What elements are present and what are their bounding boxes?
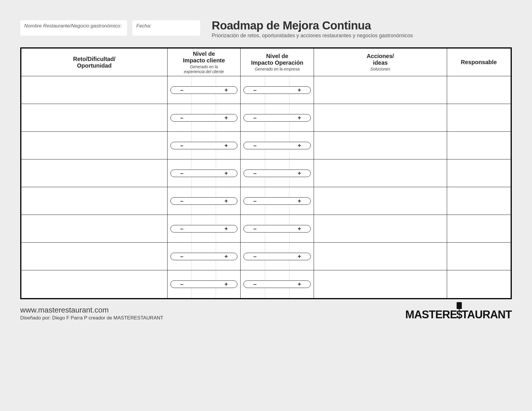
responsible-cell[interactable] [447, 270, 511, 298]
challenge-cell[interactable] [21, 187, 168, 215]
impact-operation-cell: –+ [241, 243, 314, 270]
impact-slider[interactable]: –+ [170, 170, 238, 177]
plus-icon: + [288, 115, 310, 121]
impact-slider[interactable]: –+ [243, 225, 311, 233]
minus-icon: – [244, 198, 266, 204]
date-field[interactable]: Fecha: [132, 20, 200, 36]
actions-cell[interactable] [314, 215, 447, 243]
impact-slider[interactable]: –+ [170, 197, 238, 205]
minus-icon: – [244, 87, 266, 93]
plus-icon: + [215, 198, 237, 204]
impact-operation-cell: –+ [241, 132, 314, 159]
actions-cell[interactable] [314, 187, 447, 215]
col-header-actions-title: Acciones/ideas [316, 53, 445, 66]
minus-icon: – [244, 115, 266, 121]
responsible-cell[interactable] [447, 132, 511, 159]
roadmap-table: Reto/Dificultad/Oportunidad Nivel deImpa… [20, 47, 512, 299]
col-header-impact-operation: Nivel deImpacto Operación Generado en la… [241, 49, 314, 76]
col-header-impact-client-title: Nivel deImpacto cliente [169, 51, 239, 64]
challenge-cell[interactable] [21, 132, 168, 159]
plus-icon: + [288, 281, 310, 287]
impact-slider[interactable]: –+ [170, 114, 238, 122]
impact-client-cell: –+ [168, 132, 241, 159]
table-row: –+–+ [21, 159, 511, 187]
responsible-cell[interactable] [447, 76, 511, 104]
impact-slider[interactable]: –+ [243, 253, 311, 260]
page-title: Roadmap de Mejora Continua [212, 19, 512, 32]
responsible-cell[interactable] [447, 104, 511, 132]
plus-icon: + [288, 226, 310, 232]
footer-url: www.masterestaurant.com [20, 306, 163, 315]
impact-slider[interactable]: –+ [243, 170, 311, 177]
plus-icon: + [215, 170, 237, 176]
impact-slider[interactable]: –+ [243, 114, 311, 122]
challenge-cell[interactable] [21, 270, 168, 298]
actions-cell[interactable] [314, 270, 447, 298]
minus-icon: – [171, 198, 193, 204]
impact-slider[interactable]: –+ [170, 280, 238, 288]
impact-slider[interactable]: –+ [170, 225, 238, 233]
impact-slider[interactable]: –+ [243, 197, 311, 205]
impact-slider[interactable]: –+ [243, 142, 311, 149]
actions-cell[interactable] [314, 243, 447, 270]
challenge-cell[interactable] [21, 243, 168, 270]
minus-icon: – [244, 170, 266, 176]
impact-client-cell: –+ [168, 270, 241, 298]
impact-client-cell: –+ [168, 187, 241, 215]
challenge-cell[interactable] [21, 215, 168, 243]
table-row: –+–+ [21, 104, 511, 132]
minus-icon: – [171, 142, 193, 149]
minus-icon: – [244, 253, 266, 260]
col-header-responsible-title: Responsable [449, 59, 509, 66]
impact-client-cell: –+ [168, 215, 241, 243]
minus-icon: – [171, 253, 193, 260]
plus-icon: + [288, 143, 310, 148]
title-block: Roadmap de Mejora Continua Priorización … [209, 20, 512, 39]
col-header-impact-client-sub: Generado en laexperiencia del cliente [169, 64, 239, 74]
challenge-cell[interactable] [21, 159, 168, 187]
plus-icon: + [215, 87, 237, 93]
restaurant-name-field[interactable]: Nombre Restaurante/Negocio gastronómico: [20, 20, 127, 36]
restaurant-name-label: Nombre Restaurante/Negocio gastronómico: [24, 23, 121, 29]
col-header-challenge-title: Reto/Dificultad/Oportunidad [23, 56, 165, 69]
responsible-cell[interactable] [447, 187, 511, 215]
header-bar: Nombre Restaurante/Negocio gastronómico:… [20, 20, 512, 39]
table-header-row: Reto/Dificultad/Oportunidad Nivel deImpa… [21, 49, 511, 76]
impact-slider[interactable]: –+ [243, 280, 311, 288]
actions-cell[interactable] [314, 76, 447, 104]
impact-operation-cell: –+ [241, 159, 314, 187]
col-header-actions-sub: Soluciones [316, 67, 445, 71]
responsible-cell[interactable] [447, 215, 511, 243]
challenge-cell[interactable] [21, 76, 168, 104]
actions-cell[interactable] [314, 132, 447, 159]
date-label: Fecha: [136, 23, 151, 29]
impact-slider[interactable]: –+ [243, 86, 311, 94]
impact-slider[interactable]: –+ [170, 253, 238, 260]
logo-dollar-icon: $ [456, 308, 462, 321]
plus-icon: + [215, 281, 237, 287]
col-header-actions: Acciones/ideas Soluciones [314, 49, 447, 76]
table-row: –+–+ [21, 76, 511, 104]
actions-cell[interactable] [314, 104, 447, 132]
impact-operation-cell: –+ [241, 104, 314, 132]
footer-credit: Diseñado por: Diego F Parra P creador de… [20, 315, 163, 321]
plus-icon: + [215, 143, 237, 148]
actions-cell[interactable] [314, 159, 447, 187]
challenge-cell[interactable] [21, 104, 168, 132]
minus-icon: – [171, 170, 193, 176]
impact-slider[interactable]: –+ [170, 142, 238, 149]
minus-icon: – [171, 226, 193, 232]
brand-logo: MASTERE $ TAURANT [405, 308, 512, 321]
logo-text-right: TAURANT [462, 308, 512, 321]
minus-icon: – [171, 87, 193, 93]
responsible-cell[interactable] [447, 243, 511, 270]
table-row: –+–+ [21, 187, 511, 215]
impact-operation-cell: –+ [241, 270, 314, 298]
table-row: –+–+ [21, 215, 511, 243]
footer-left: www.masterestaurant.com Diseñado por: Di… [20, 306, 163, 321]
responsible-cell[interactable] [447, 159, 511, 187]
impact-client-cell: –+ [168, 104, 241, 132]
impact-slider[interactable]: –+ [170, 86, 238, 94]
impact-operation-cell: –+ [241, 76, 314, 104]
footer: www.masterestaurant.com Diseñado por: Di… [20, 306, 512, 321]
